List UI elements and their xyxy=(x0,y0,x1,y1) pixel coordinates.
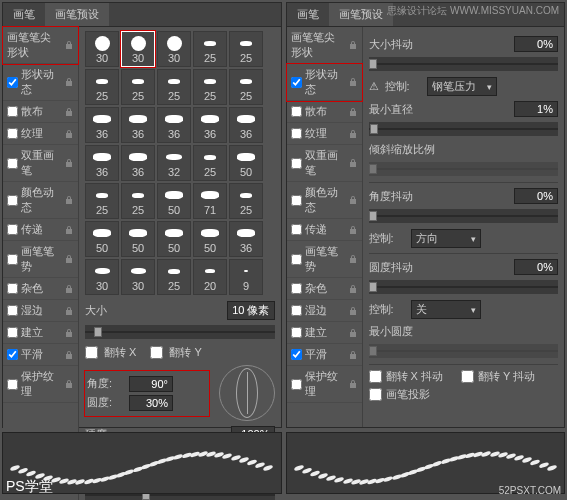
flip-x-check[interactable] xyxy=(85,346,98,359)
option-check-texture[interactable] xyxy=(7,128,18,139)
min-diam-slider[interactable] xyxy=(369,122,559,136)
lock-icon[interactable] xyxy=(348,284,358,294)
option-check-shapeDynamics[interactable] xyxy=(291,77,302,88)
lock-icon[interactable] xyxy=(348,306,358,316)
option-check-shapeDynamics[interactable] xyxy=(7,77,18,88)
option-scattering[interactable]: 散布 xyxy=(287,101,362,123)
lock-icon[interactable] xyxy=(64,158,74,168)
option-dualBrush[interactable]: 双重画笔 xyxy=(3,145,78,182)
lock-icon[interactable] xyxy=(348,77,358,87)
option-check-noise[interactable] xyxy=(7,283,18,294)
tab-brush-r[interactable]: 画笔 xyxy=(287,3,329,26)
brush-preset[interactable]: 50 xyxy=(85,221,119,257)
brush-projection-check[interactable] xyxy=(369,388,382,401)
brush-preset[interactable]: 25 xyxy=(193,31,227,67)
brush-preset[interactable]: 50 xyxy=(157,221,191,257)
angle-jitter-value[interactable]: 0% xyxy=(514,188,558,204)
brush-preset[interactable]: 20 xyxy=(193,259,227,295)
control-dropdown-1[interactable]: 钢笔压力 xyxy=(427,77,497,96)
tab-presets-r[interactable]: 画笔预设 xyxy=(329,3,393,26)
option-check-colorDynamics[interactable] xyxy=(7,195,18,206)
option-shapeDynamics[interactable]: 形状动态 xyxy=(287,64,362,101)
brush-preset[interactable]: 25 xyxy=(229,69,263,105)
option-check-scattering[interactable] xyxy=(291,106,302,117)
flip-y-jitter-check[interactable] xyxy=(461,370,474,383)
lock-icon[interactable] xyxy=(348,254,358,264)
option-check-brushPose[interactable] xyxy=(291,254,302,265)
brush-preset[interactable]: 50 xyxy=(121,221,155,257)
lock-icon[interactable] xyxy=(348,129,358,139)
brush-preset[interactable]: 50 xyxy=(193,221,227,257)
option-check-protectTexture[interactable] xyxy=(7,379,18,390)
option-check-smoothing[interactable] xyxy=(291,349,302,360)
brush-preset[interactable]: 25 xyxy=(157,259,191,295)
option-transfer[interactable]: 传递 xyxy=(3,219,78,241)
option-check-scattering[interactable] xyxy=(7,106,18,117)
brush-preset[interactable]: 25 xyxy=(193,69,227,105)
brush-preset[interactable]: 25 xyxy=(157,69,191,105)
brush-preset[interactable]: 30 xyxy=(157,31,191,67)
option-smoothing[interactable]: 平滑 xyxy=(287,344,362,366)
lock-icon[interactable] xyxy=(348,195,358,205)
lock-icon[interactable] xyxy=(348,225,358,235)
brush-preset[interactable]: 50 xyxy=(157,183,191,219)
option-colorDynamics[interactable]: 颜色动态 xyxy=(3,182,78,219)
brush-preset[interactable]: 30 xyxy=(85,31,119,67)
option-wetEdges[interactable]: 湿边 xyxy=(287,300,362,322)
option-check-buildup[interactable] xyxy=(7,327,18,338)
round-jitter-value[interactable]: 0% xyxy=(514,259,558,275)
brush-preset[interactable]: 36 xyxy=(121,145,155,181)
option-tipShape[interactable]: 画笔笔尖形状 xyxy=(287,27,362,64)
lock-icon[interactable] xyxy=(348,328,358,338)
option-check-dualBrush[interactable] xyxy=(291,158,302,169)
control-dropdown-3[interactable]: 关 xyxy=(411,300,481,319)
option-check-transfer[interactable] xyxy=(7,224,18,235)
size-slider[interactable] xyxy=(85,325,275,339)
option-check-protectTexture[interactable] xyxy=(291,379,302,390)
option-tipShape[interactable]: 画笔笔尖形状 xyxy=(3,27,78,64)
angle-control[interactable] xyxy=(219,365,275,421)
option-protectTexture[interactable]: 保护纹理 xyxy=(3,366,78,403)
lock-icon[interactable] xyxy=(64,40,74,50)
lock-icon[interactable] xyxy=(348,379,358,389)
brush-preset[interactable]: 36 xyxy=(229,221,263,257)
option-brushPose[interactable]: 画笔笔势 xyxy=(3,241,78,278)
option-buildup[interactable]: 建立 xyxy=(3,322,78,344)
option-transfer[interactable]: 传递 xyxy=(287,219,362,241)
option-shapeDynamics[interactable]: 形状动态 xyxy=(3,64,78,101)
option-noise[interactable]: 杂色 xyxy=(287,278,362,300)
tab-brush[interactable]: 画笔 xyxy=(3,3,45,26)
lock-icon[interactable] xyxy=(348,350,358,360)
option-check-wetEdges[interactable] xyxy=(7,305,18,316)
brush-preset[interactable]: 50 xyxy=(229,145,263,181)
option-check-brushPose[interactable] xyxy=(7,254,18,265)
brush-preset[interactable]: 36 xyxy=(85,107,119,143)
option-protectTexture[interactable]: 保护纹理 xyxy=(287,366,362,403)
option-check-wetEdges[interactable] xyxy=(291,305,302,316)
brush-preset[interactable]: 71 xyxy=(193,183,227,219)
angle-jitter-slider[interactable] xyxy=(369,209,559,223)
lock-icon[interactable] xyxy=(348,107,358,117)
size-jitter-slider[interactable] xyxy=(369,57,559,71)
lock-icon[interactable] xyxy=(64,225,74,235)
lock-icon[interactable] xyxy=(64,254,74,264)
tab-presets[interactable]: 画笔预设 xyxy=(45,3,109,26)
control-dropdown-2[interactable]: 方向 xyxy=(411,229,481,248)
option-check-texture[interactable] xyxy=(291,128,302,139)
brush-preset[interactable]: 36 xyxy=(85,145,119,181)
min-diam-value[interactable]: 1% xyxy=(514,101,558,117)
brush-preset[interactable]: 30 xyxy=(85,259,119,295)
option-check-noise[interactable] xyxy=(291,283,302,294)
brush-preset[interactable]: 25 xyxy=(85,69,119,105)
brush-preset[interactable]: 25 xyxy=(121,183,155,219)
option-smoothing[interactable]: 平滑 xyxy=(3,344,78,366)
option-check-buildup[interactable] xyxy=(291,327,302,338)
lock-icon[interactable] xyxy=(64,77,74,87)
brush-preset[interactable]: 36 xyxy=(157,107,191,143)
option-check-dualBrush[interactable] xyxy=(7,158,18,169)
flip-x-jitter-check[interactable] xyxy=(369,370,382,383)
option-check-transfer[interactable] xyxy=(291,224,302,235)
brush-preset[interactable]: 25 xyxy=(193,145,227,181)
brush-preset[interactable]: 25 xyxy=(229,31,263,67)
lock-icon[interactable] xyxy=(64,306,74,316)
